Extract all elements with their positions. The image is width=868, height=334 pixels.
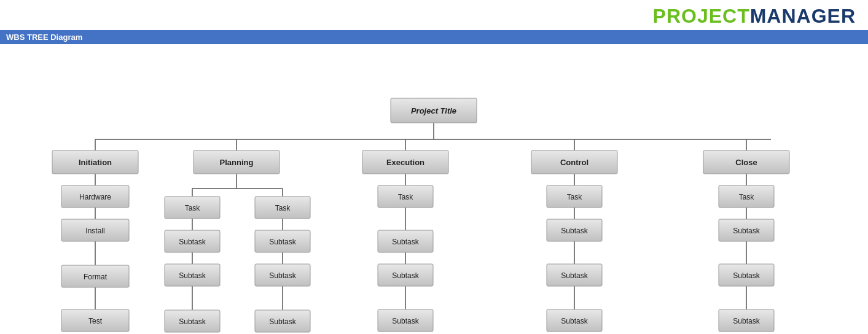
planning-label: Planning (220, 158, 254, 167)
svg-text:Subtask: Subtask (733, 271, 760, 280)
svg-text:Hardware: Hardware (79, 193, 111, 201)
svg-text:Subtask: Subtask (179, 238, 206, 246)
svg-text:Subtask: Subtask (392, 238, 419, 246)
svg-text:Task: Task (739, 193, 755, 201)
svg-text:Task: Task (567, 193, 583, 201)
svg-text:Task: Task (275, 204, 291, 212)
logo-manager: MANAGER (750, 5, 856, 27)
svg-text:Subtask: Subtask (733, 317, 760, 325)
root-label: Project Title (411, 106, 456, 115)
logo-project: PROJECT (653, 5, 750, 27)
svg-text:Subtask: Subtask (733, 227, 760, 235)
svg-text:Subtask: Subtask (392, 271, 419, 280)
svg-text:Subtask: Subtask (561, 317, 588, 325)
format-label: Format (84, 273, 108, 281)
control-label: Control (560, 158, 588, 167)
title-bar: WBS TREE Diagram (0, 30, 868, 44)
logo: PROJECTMANAGER (653, 5, 856, 28)
close-label: Close (735, 158, 757, 167)
diagram: Project Title Initiation Hardware Instal… (0, 44, 868, 334)
svg-text:Install: Install (85, 227, 104, 235)
svg-text:Subtask: Subtask (269, 317, 296, 326)
svg-text:Task: Task (185, 204, 201, 212)
svg-text:Subtask: Subtask (179, 317, 206, 326)
svg-text:Subtask: Subtask (392, 317, 419, 325)
svg-text:Subtask: Subtask (269, 271, 296, 280)
initiation-label: Initiation (79, 158, 112, 167)
svg-text:Task: Task (398, 193, 414, 201)
svg-text:Subtask: Subtask (561, 271, 588, 280)
wbs-svg: Project Title Initiation Hardware Instal… (0, 44, 868, 334)
svg-text:Test: Test (88, 317, 103, 325)
header: PROJECTMANAGER (0, 0, 868, 30)
svg-text:Subtask: Subtask (561, 227, 588, 235)
execution-label: Execution (386, 158, 424, 167)
svg-text:Subtask: Subtask (269, 238, 296, 246)
svg-text:Subtask: Subtask (179, 271, 206, 280)
